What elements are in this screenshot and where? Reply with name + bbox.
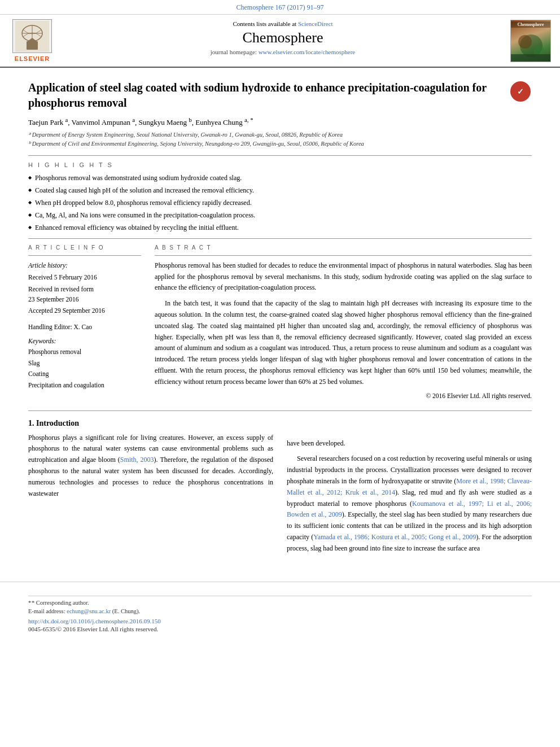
intro-heading: 1. Introduction	[28, 419, 273, 428]
keyword-1: Phosphorus removal	[28, 347, 141, 358]
svg-point-7	[518, 35, 532, 49]
intro-section-title: Introduction	[36, 419, 79, 427]
introduction-section: 1. Introduction Phosphorus plays a signi…	[28, 410, 532, 559]
article-info-column: A R T I C L E I N F O Article history: R…	[28, 244, 141, 399]
more-1998-ref[interactable]: More et al., 1998; Claveau-Mallet et al.…	[287, 477, 532, 496]
affiliation-a: ᵃ Department of Energy System Engineerin…	[28, 130, 532, 139]
keywords-label: Keywords:	[28, 338, 141, 344]
history-label: Article history:	[28, 260, 141, 270]
received-revised: Received in revised form23 September 201…	[28, 284, 141, 305]
highlight-item-3: When pH dropped below 8.0, phosphorus re…	[28, 198, 532, 208]
copyright-line: © 2016 Elsevier Ltd. All rights reserved…	[155, 392, 532, 399]
smith-2003-ref[interactable]: Smith, 2003	[120, 456, 154, 464]
homepage-label: journal homepage:	[211, 49, 257, 55]
elsevier-logo: ELSEVIER	[7, 19, 58, 62]
article-info-label: A R T I C L E I N F O	[28, 244, 141, 251]
intro-text-right: have been developed. Several researchers…	[287, 438, 532, 554]
intro-section-number: 1.	[28, 419, 34, 427]
koumanova-ref[interactable]: Koumanova et al., 1997; Li et al., 2006;…	[287, 500, 532, 519]
citation-text: Chemosphere 167 (2017) 91–97	[237, 3, 324, 11]
keywords-section: Keywords: Phosphorus removal Slag Coatin…	[28, 338, 141, 391]
highlight-item-2: Coated slag caused high pH of the soluti…	[28, 185, 532, 195]
footer-links: http://dx.doi.org/10.1016/j.chemosphere.…	[28, 618, 532, 632]
doi-link[interactable]: http://dx.doi.org/10.1016/j.chemosphere.…	[28, 618, 532, 624]
abstract-divider	[155, 255, 532, 256]
divider-1	[28, 155, 532, 156]
highlight-item-1: Phosphorus removal was demonstrated usin…	[28, 173, 532, 183]
yamada-ref[interactable]: Yamada et al., 1986; Kostura et al., 200…	[313, 533, 476, 541]
science-direct-link[interactable]: ScienceDirect	[298, 20, 333, 27]
abstract-para-2: In the batch test, it was found that the…	[155, 298, 532, 387]
keyword-2: Slag	[28, 358, 141, 369]
intro-two-col: 1. Introduction Phosphorus plays a signi…	[28, 419, 532, 559]
handling-editor-section: Handling Editor: X. Cao	[28, 322, 141, 332]
highlights-list: Phosphorus removal was demonstrated usin…	[28, 173, 532, 233]
keyword-4: Precipitation and coagulation	[28, 380, 141, 391]
authors-text: Taejun Park a, Vanvimol Ampunan a, Sungk…	[28, 118, 253, 126]
issn-line: 0045-6535/© 2016 Elsevier Ltd. All right…	[28, 626, 532, 632]
page: Chemosphere 167 (2017) 91–97 ELSEVIER	[0, 0, 560, 747]
accepted-date: Accepted 29 September 2016	[28, 305, 141, 316]
crossmark-badge[interactable]: ✓	[509, 80, 532, 103]
info-divider	[28, 255, 141, 256]
history-section: Article history: Received 5 February 201…	[28, 260, 141, 316]
divider-2	[28, 238, 532, 239]
email-label: E-mail address:	[28, 608, 65, 614]
email-line: E-mail address: echung@snu.ac.kr (E. Chu…	[28, 608, 532, 614]
highlights-section: H I G H L I G H T S Phosphorus removal w…	[28, 161, 532, 233]
abstract-para-1: Phosphorus removal has been studied for …	[155, 260, 532, 294]
footnote-area: * * Corresponding author. E-mail address…	[28, 596, 532, 614]
corresponding-email[interactable]: echung@snu.ac.kr	[67, 608, 111, 614]
authors-line: Taejun Park a, Vanvimol Ampunan a, Sungk…	[28, 116, 532, 127]
intro-para-right-1: have been developed.	[287, 438, 532, 449]
corresponding-text: * Corresponding author.	[32, 600, 89, 606]
intro-col-left: 1. Introduction Phosphorus plays a signi…	[28, 419, 273, 559]
article-title-area: Application of steel slag coated with so…	[28, 80, 532, 111]
journal-thumbnail: Chemosphere	[508, 19, 553, 62]
affiliations: ᵃ Department of Energy System Engineerin…	[28, 130, 532, 148]
crossmark-icon: ✓	[510, 81, 531, 102]
handling-editor-text: Handling Editor: X. Cao	[28, 322, 141, 332]
journal-header: ELSEVIER Contents lists available at Sci…	[0, 15, 560, 68]
abstract-label: A B S T R A C T	[155, 244, 532, 251]
available-at-text: Contents lists available at	[233, 20, 296, 27]
elsevier-brand-name: ELSEVIER	[15, 55, 50, 62]
article-title-text: Application of steel slag coated with so…	[28, 80, 504, 111]
footer-area: * * Corresponding author. E-mail address…	[0, 582, 560, 632]
intro-col-right: have been developed. Several researchers…	[287, 419, 532, 559]
highlight-item-4: Ca, Mg, Al, and Na ions were consumed in…	[28, 210, 532, 220]
journal-center: Contents lists available at ScienceDirec…	[63, 19, 502, 62]
article-info-abstract: A R T I C L E I N F O Article history: R…	[28, 244, 532, 399]
highlights-label: H I G H L I G H T S	[28, 161, 532, 168]
elsevier-logo-image	[12, 19, 52, 53]
citation-bar: Chemosphere 167 (2017) 91–97	[0, 0, 560, 15]
affiliation-b: ᵇ Department of Civil and Environmental …	[28, 139, 532, 148]
doi-anchor[interactable]: http://dx.doi.org/10.1016/j.chemosphere.…	[28, 618, 161, 624]
journal-cover-image: Chemosphere	[510, 20, 551, 62]
intro-text-left: Phosphorus plays a significant role for …	[28, 433, 273, 500]
homepage-url[interactable]: www.elsevier.com/locate/chemosphere	[259, 49, 356, 55]
received-date: Received 5 February 2016	[28, 272, 141, 282]
email-author-name: (E. Chung).	[112, 608, 140, 614]
homepage-line: journal homepage: www.elsevier.com/locat…	[69, 49, 497, 55]
science-direct-line: Contents lists available at ScienceDirec…	[69, 20, 497, 27]
svg-rect-9	[511, 54, 551, 62]
abstract-text: Phosphorus removal has been studied for …	[155, 260, 532, 388]
abstract-column: A B S T R A C T Phosphorus removal has b…	[155, 244, 532, 399]
svg-rect-4	[27, 41, 38, 50]
highlight-item-5: Enhanced removal efficiency was obtained…	[28, 222, 532, 233]
corresponding-note: * * Corresponding author.	[28, 600, 532, 606]
intro-para-right-2: Several researchers focused on a cost re…	[287, 453, 532, 554]
main-content: Application of steel slag coated with so…	[0, 68, 560, 570]
intro-para-left-1: Phosphorus plays a significant role for …	[28, 433, 273, 500]
keyword-3: Coating	[28, 369, 141, 380]
journal-name: Chemosphere	[69, 29, 497, 46]
